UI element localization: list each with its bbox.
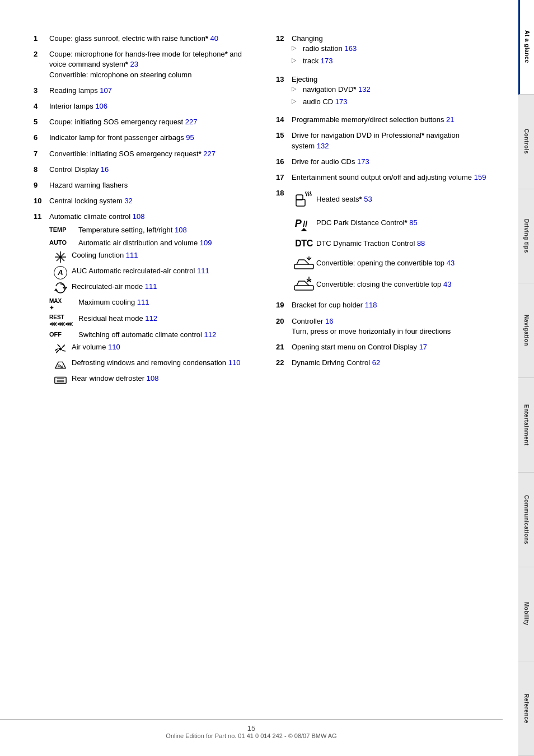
svg-text://: // bbox=[303, 220, 307, 228]
tab-communications[interactable]: Communications bbox=[518, 473, 534, 567]
list-item: 9 Hazard warning flashers bbox=[34, 180, 254, 190]
footer-text: Online Edition for Part no. 01 41 0 014 … bbox=[166, 732, 336, 739]
triangle-icon: ▷ bbox=[292, 97, 301, 107]
list-item: 13 Ejecting ▷ navigation DVD* 132 ▷ audi… bbox=[276, 74, 496, 110]
item-number: 16 bbox=[276, 157, 292, 167]
svg-point-4 bbox=[59, 256, 62, 258]
list-item: 14 Programmable memory/direct selection … bbox=[276, 115, 496, 125]
item-number: 21 bbox=[276, 342, 292, 352]
sub-label-auto: AUTO bbox=[49, 238, 78, 247]
sub-content: Switching off automatic climate control … bbox=[78, 330, 254, 340]
sub-content: Cooling function 111 bbox=[72, 250, 254, 260]
sub-label-off: OFF bbox=[49, 330, 78, 339]
item-content: Dynamic Driving Control 62 bbox=[292, 358, 496, 368]
item-number: 22 bbox=[276, 358, 292, 368]
item-number: 8 bbox=[34, 165, 49, 175]
sub-content: Convertible: closing the convertible top… bbox=[316, 279, 496, 290]
item-content: Changing ▷ radio station 163 ▷ track 173 bbox=[292, 34, 496, 69]
list-item: 20 Controller 16 Turn, press or move hor… bbox=[276, 316, 496, 337]
tab-reference[interactable]: Reference bbox=[518, 661, 534, 756]
item-number: 4 bbox=[34, 101, 49, 111]
item-content: Opening start menu on Control Display 17 bbox=[292, 342, 496, 352]
item-content: Central locking system 32 bbox=[49, 196, 254, 206]
convertible-open-item: Convertible: opening the convertible top… bbox=[292, 255, 496, 271]
defrost-icon bbox=[49, 358, 72, 371]
convertible-open-icon bbox=[292, 255, 316, 271]
dtc-icon: DTC bbox=[292, 237, 316, 250]
item-number: 10 bbox=[34, 196, 49, 206]
page-number: 15 bbox=[247, 724, 255, 732]
svg-rect-11 bbox=[296, 199, 305, 206]
list-item: 1 Coupe: glass sunroof, electric with ra… bbox=[34, 34, 254, 44]
item-content: Ejecting ▷ navigation DVD* 132 ▷ audio C… bbox=[292, 74, 496, 110]
item-content: Heated seats* 53 P // bbox=[292, 188, 496, 295]
dtc-item: DTC DTC Dynamic Traction Control 88 bbox=[292, 237, 496, 250]
list-item: 3 Reading lamps 107 bbox=[34, 86, 254, 96]
recirculate-icon bbox=[49, 282, 72, 295]
air-volume-icon bbox=[49, 342, 72, 356]
item-content: Reading lamps 107 bbox=[49, 86, 254, 96]
list-item: 8 Control Display 16 bbox=[34, 165, 254, 175]
svg-rect-16 bbox=[294, 264, 313, 269]
list-item: 16 Drive for audio CDs 173 bbox=[276, 157, 496, 167]
sub-item: Recirculated-air mode 111 bbox=[49, 282, 254, 295]
list-item: 12 Changing ▷ radio station 163 ▷ track … bbox=[276, 34, 496, 69]
item-content: Automatic climate control 108 TEMP Tempe… bbox=[49, 212, 254, 389]
pdc-item: P // PDC Park Distance Control* 85 bbox=[292, 214, 496, 232]
item-number: 5 bbox=[34, 117, 49, 127]
sub-content: DTC Dynamic Traction Control 88 bbox=[316, 239, 496, 249]
item-content: Bracket for cup holder 118 bbox=[292, 300, 496, 310]
sub-item: AUTO Automatic air distribution and volu… bbox=[49, 238, 254, 248]
bullet-sub: ▷ navigation DVD* 132 bbox=[292, 85, 496, 95]
list-item: 19 Bracket for cup holder 118 bbox=[276, 300, 496, 310]
item-content: Indicator lamp for front passenger airba… bbox=[49, 133, 254, 143]
svg-text:P: P bbox=[295, 218, 302, 229]
item-content: Controller 16 Turn, press or move horizo… bbox=[292, 316, 496, 337]
item-number: 1 bbox=[34, 34, 49, 44]
sub-item: REST⋘⋘⋘ Residual heat mode 112 bbox=[49, 314, 254, 328]
list-item: 2 Coupe: microphone for hands-free mode … bbox=[34, 49, 254, 80]
triangle-icon: ▷ bbox=[292, 85, 301, 95]
svg-point-6 bbox=[59, 348, 62, 351]
tab-at-a-glance[interactable]: At a glance bbox=[518, 0, 534, 95]
list-item: 5 Coupe: initiating SOS emergency reques… bbox=[34, 117, 254, 127]
item-content: Drive for navigation DVD in Professional… bbox=[292, 130, 496, 151]
item-number: 14 bbox=[276, 115, 292, 125]
sub-label-max: MAX✦ bbox=[49, 297, 78, 311]
sub-content: Recirculated-air mode 111 bbox=[72, 282, 254, 292]
triangle-icon: ▷ bbox=[292, 44, 301, 54]
bullet-sub: ▷ audio CD 173 bbox=[292, 97, 496, 107]
bullet-sub: ▷ radio station 163 bbox=[292, 44, 496, 54]
item-content: Hazard warning flashers bbox=[49, 180, 254, 190]
item-number: 11 bbox=[34, 212, 49, 389]
item-content: Coupe: initiating SOS emergency request … bbox=[49, 117, 254, 127]
sub-content: Air volume 110 bbox=[72, 342, 254, 352]
sub-content: Residual heat mode 112 bbox=[78, 314, 254, 324]
item-number: 13 bbox=[276, 74, 292, 110]
tab-driving-tips[interactable]: Driving tips bbox=[518, 189, 534, 284]
sub-content: Maximum cooling 111 bbox=[78, 297, 254, 307]
tab-navigation[interactable]: Navigation bbox=[518, 283, 534, 378]
sub-item: MAX✦ Maximum cooling 111 bbox=[49, 297, 254, 311]
tab-mobility[interactable]: Mobility bbox=[518, 567, 534, 662]
tab-entertainment[interactable]: Entertainment bbox=[518, 378, 534, 473]
item-number: 12 bbox=[276, 34, 292, 69]
rear-defrost-icon bbox=[49, 374, 72, 387]
sub-item: Air volume 110 bbox=[49, 342, 254, 356]
sub-item: TEMP Temperature setting, left/right 108 bbox=[49, 225, 254, 235]
sub-item: A AUC Automatic recirculated-air control… bbox=[49, 266, 254, 279]
main-content: 1 Coupe: glass sunroof, electric with ra… bbox=[0, 0, 518, 756]
item-number: 2 bbox=[34, 49, 49, 80]
right-column: 12 Changing ▷ radio station 163 ▷ track … bbox=[276, 34, 496, 395]
sub-content: Convertible: opening the convertible top… bbox=[316, 258, 496, 268]
list-item: 15 Drive for navigation DVD in Professio… bbox=[276, 130, 496, 151]
sub-content: AUC Automatic recirculated-air control 1… bbox=[72, 266, 254, 276]
sub-label-temp: TEMP bbox=[49, 225, 78, 234]
tab-controls[interactable]: Controls bbox=[518, 95, 534, 189]
sub-content: Rear window defroster 108 bbox=[72, 374, 254, 384]
item-number: 18 bbox=[276, 188, 292, 295]
list-item: 22 Dynamic Driving Control 62 bbox=[276, 358, 496, 368]
sub-content: Defrosting windows and removing condensa… bbox=[72, 358, 254, 368]
cooling-icon bbox=[49, 250, 72, 264]
heated-seat-icon bbox=[292, 190, 316, 208]
